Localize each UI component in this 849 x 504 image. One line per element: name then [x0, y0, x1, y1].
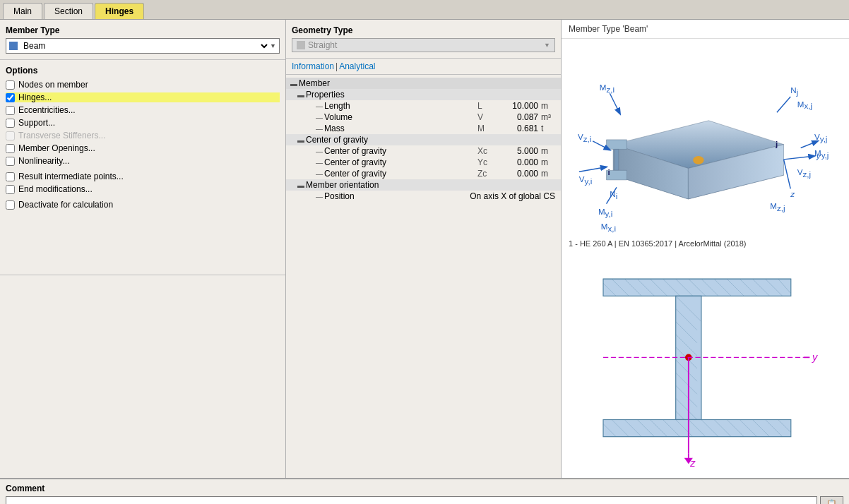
vzj-label: Vz,j: [797, 168, 811, 179]
section-cross-section-svg: y z: [583, 262, 828, 467]
info-tab-analytical[interactable]: Analytical: [339, 61, 375, 71]
z-axis-line: [784, 160, 791, 189]
member-type-select[interactable]: Beam: [20, 40, 270, 52]
tree-mass-symbol: M: [477, 124, 499, 133]
tree-expand-orientation[interactable]: ▬: [296, 181, 306, 189]
tree-zc-row: — Center of gravity Zc 0.000 m: [286, 168, 561, 179]
geo-type-value: Straight: [308, 40, 544, 50]
beam-diagram-area: y z Mz,i Nj Mx,j Vz,i: [562, 39, 849, 236]
option-transverse-checkbox[interactable]: [6, 131, 15, 140]
option-result-points: Result intermediate points...: [6, 172, 280, 181]
member-type-label: Member Type: [6, 25, 280, 35]
option-hinges-checkbox[interactable]: [6, 93, 15, 102]
tree-xc-symbol: Xc: [477, 146, 499, 156]
left-panel: Member Type Beam ▼ Options Nodes on memb…: [0, 20, 286, 478]
svg-marker-5: [615, 149, 619, 170]
comment-input-row: 📋: [6, 496, 843, 504]
mzi-label: Mz,i: [600, 83, 615, 94]
tree-expand-member[interactable]: ▬: [289, 80, 299, 88]
section-cross-section-area: y z: [562, 251, 849, 478]
option-hinges-label: Hinges...: [18, 92, 52, 102]
tab-hinges[interactable]: Hinges: [95, 3, 144, 19]
member-type-dropdown[interactable]: Beam ▼: [6, 38, 280, 54]
tab-bar: Main Section Hinges: [0, 0, 849, 19]
tree-volume-value: 0.087: [499, 112, 541, 122]
tree-zc-label: Center of gravity: [324, 169, 477, 179]
option-nodes-checkbox[interactable]: [6, 80, 15, 90]
i-node-label: i: [607, 168, 610, 176]
y-axis-line: [784, 156, 814, 160]
comment-copy-button[interactable]: 📋: [820, 496, 843, 504]
tree-length-symbol: L: [477, 101, 499, 111]
j-node-label: j: [775, 140, 778, 148]
tree-position-row: — Position On axis X of global CS: [286, 191, 561, 202]
tree-position-label: Position: [324, 191, 449, 201]
option-openings-label: Member Openings...: [18, 143, 95, 153]
option-support-checkbox[interactable]: [6, 119, 15, 128]
tree-properties-header[interactable]: ▬ Properties: [286, 89, 561, 100]
option-transverse-label: Transverse Stiffeners...: [18, 131, 105, 140]
option-nonlinearity-label: Nonlinearity...: [18, 156, 69, 166]
tree-cog-header[interactable]: ▬ Center of gravity: [286, 134, 561, 145]
option-openings: Member Openings...: [6, 143, 280, 153]
tab-main[interactable]: Main: [3, 3, 42, 19]
tree-length-value: 10.000: [499, 101, 541, 111]
tree-yc-unit: m: [541, 157, 558, 167]
option-nonlinearity-checkbox[interactable]: [6, 157, 15, 166]
left-panel-empty: [0, 275, 285, 479]
option-end-modifications: End modifications...: [6, 184, 280, 194]
option-nodes-label: Nodes on member: [18, 80, 88, 90]
option-deactivate: Deactivate for calculation: [6, 200, 280, 210]
tree-mass-value: 0.681: [499, 124, 541, 133]
right-panel-title: Member Type 'Beam': [562, 20, 849, 39]
option-eccentricities-checkbox[interactable]: [6, 106, 15, 115]
beam-center-marker: [693, 156, 703, 164]
vyj-arrow: [801, 141, 818, 148]
tree-orientation-header[interactable]: ▬ Member orientation: [286, 179, 561, 191]
tab-section[interactable]: Section: [44, 3, 93, 19]
tree-mass-row: — Mass M 0.681 t: [286, 123, 561, 134]
myi-label: My,i: [598, 208, 612, 218]
tree-yc-symbol: Yc: [477, 157, 499, 167]
tree-xc-unit: m: [541, 146, 558, 156]
comment-input[interactable]: [6, 496, 817, 504]
nj-arrow: [777, 97, 790, 112]
tree-volume-label: Volume: [324, 112, 477, 122]
tree-zc-unit: m: [541, 169, 558, 179]
option-result-points-checkbox[interactable]: [6, 172, 15, 181]
option-support-label: Support...: [18, 118, 55, 128]
tree-yc-label: Center of gravity: [324, 157, 477, 167]
tree-orientation-label: Member orientation: [306, 180, 558, 190]
z-axis-label: z: [790, 190, 795, 198]
tree-member-label: Member: [299, 78, 558, 88]
option-deactivate-label: Deactivate for calculation: [18, 200, 113, 210]
svg-marker-4: [607, 140, 627, 150]
ni-label: Ni: [610, 190, 617, 200]
tree-xc-label: Center of gravity: [324, 146, 477, 156]
option-end-mod-checkbox[interactable]: [6, 185, 15, 194]
tree-length-label: Length: [324, 101, 477, 111]
tree-member-header[interactable]: ▬ Member: [286, 78, 561, 89]
info-tab-information[interactable]: Information: [292, 61, 334, 71]
comment-label: Comment: [6, 484, 843, 493]
tree-cog-label: Center of gravity: [306, 135, 558, 145]
tree-expand-cog[interactable]: ▬: [296, 136, 306, 144]
tree-expand-properties[interactable]: ▬: [296, 91, 306, 99]
geo-color-box: [297, 41, 305, 49]
info-tab-separator: |: [336, 61, 338, 71]
section-z-label: z: [689, 457, 696, 467]
options-label: Options: [6, 66, 280, 76]
tree-xc-row: — Center of gravity Xc 5.000 m: [286, 145, 561, 157]
nj-label: Nj: [790, 86, 798, 97]
option-result-points-label: Result intermediate points...: [18, 172, 124, 181]
section-info: 1 - HE 260 A | EN 10365:2017 | ArcelorMi…: [562, 236, 849, 251]
member-type-color-box: [9, 42, 18, 50]
vyi-label: Vy,i: [579, 175, 592, 186]
option-deactivate-checkbox[interactable]: [6, 200, 15, 210]
option-openings-checkbox[interactable]: [6, 144, 15, 153]
option-support: Support...: [6, 118, 280, 128]
tree-position-value: On axis X of global CS: [470, 191, 558, 201]
middle-panel: Geometry Type Straight ▼ Information | A…: [286, 20, 562, 478]
option-eccentricities-label: Eccentricities...: [18, 105, 76, 115]
option-eccentricities: Eccentricities...: [6, 105, 280, 115]
